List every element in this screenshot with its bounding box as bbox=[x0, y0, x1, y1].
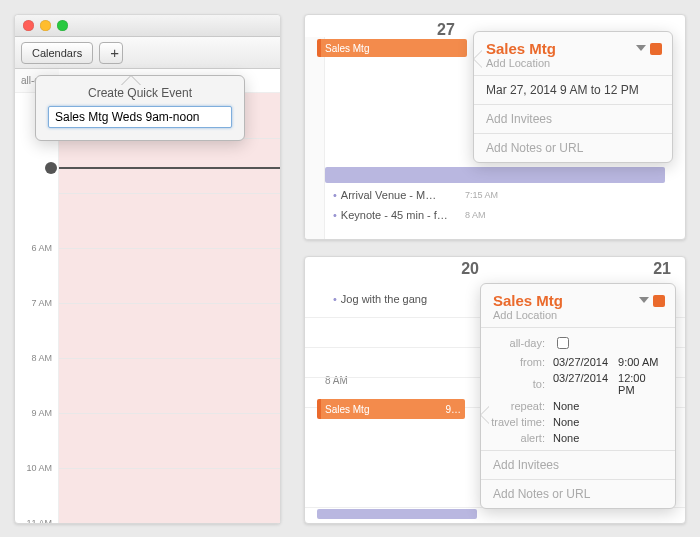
calendars-button[interactable]: Calendars bbox=[21, 42, 93, 64]
event-details-window: 20 21 Jog with the gang 8 AM 9 AM Sales … bbox=[304, 256, 686, 524]
allday-label: all-day: bbox=[481, 337, 553, 349]
to-date-field[interactable]: 03/27/2014 bbox=[553, 372, 608, 396]
busy-overlay bbox=[59, 93, 280, 523]
event-details-form: all-day: from: 03/27/2014 9:00 AM to: 03… bbox=[481, 328, 675, 450]
add-event-button[interactable]: + bbox=[99, 42, 123, 64]
allday-checkbox[interactable] bbox=[557, 337, 569, 349]
quick-event-title: Create Quick Event bbox=[48, 86, 232, 100]
allday-event-bar[interactable] bbox=[325, 167, 665, 183]
quick-event-input[interactable] bbox=[48, 106, 232, 128]
hour-gutter: 6 AM 7 AM 8 AM 9 AM 10 AM 11 AM bbox=[15, 93, 59, 523]
expand-toggle[interactable] bbox=[636, 41, 662, 56]
close-icon[interactable] bbox=[23, 20, 34, 31]
event-pill-sales[interactable]: Sales Mtg bbox=[317, 39, 467, 57]
calendar-color-icon bbox=[653, 295, 665, 307]
calendar-color-icon bbox=[650, 43, 662, 55]
plus-icon: + bbox=[110, 45, 119, 60]
event-pill-sales[interactable]: Sales Mtg 9… bbox=[317, 399, 465, 419]
allday-event-bar[interactable] bbox=[317, 509, 477, 519]
stage: Calendars + all-day 6 AM 7 AM 8 AM 9 AM … bbox=[0, 0, 700, 537]
event-title[interactable]: Sales Mtg bbox=[486, 40, 556, 57]
now-indicator-icon bbox=[45, 162, 57, 174]
alert-label: alert: bbox=[481, 432, 553, 444]
add-location-field[interactable]: Add Location bbox=[481, 309, 675, 327]
from-date-field[interactable]: 03/27/2014 bbox=[553, 356, 608, 368]
to-label: to: bbox=[481, 378, 553, 390]
list-item[interactable]: Jog with the gang bbox=[333, 293, 427, 305]
date-header: 21 bbox=[653, 260, 671, 278]
day-column[interactable] bbox=[59, 93, 280, 523]
hour-label: 9 AM bbox=[31, 408, 52, 418]
now-line bbox=[59, 167, 280, 169]
alert-field[interactable]: None bbox=[553, 432, 663, 444]
list-item-time: 7:15 AM bbox=[465, 190, 498, 200]
add-notes-field[interactable]: Add Notes or URL bbox=[481, 480, 675, 508]
event-pill-label: Sales Mtg bbox=[325, 404, 369, 415]
minimize-icon[interactable] bbox=[40, 20, 51, 31]
from-label: from: bbox=[481, 356, 553, 368]
toolbar: Calendars + bbox=[15, 37, 280, 69]
date-header: 20 bbox=[461, 260, 479, 278]
hour-label: 6 AM bbox=[31, 243, 52, 253]
quick-event-popover: Create Quick Event bbox=[35, 75, 245, 141]
hour-label: 7 AM bbox=[31, 298, 52, 308]
popover-arrow-icon bbox=[472, 406, 490, 424]
event-title[interactable]: Sales Mtg bbox=[493, 292, 563, 309]
to-time-field[interactable]: 12:00 PM bbox=[618, 372, 663, 396]
list-item[interactable]: Arrival Venue - M… bbox=[333, 189, 459, 201]
day-gutter bbox=[305, 37, 325, 239]
event-pill-label: Sales Mtg bbox=[325, 43, 369, 54]
from-time-field[interactable]: 9:00 AM bbox=[618, 356, 658, 368]
date-header: 27 bbox=[437, 17, 455, 39]
popover-arrow-icon bbox=[465, 50, 483, 68]
hour-label: 8 AM bbox=[31, 353, 52, 363]
expand-toggle[interactable] bbox=[639, 293, 665, 308]
calendars-button-label: Calendars bbox=[32, 47, 82, 59]
add-invitees-field[interactable]: Add Invitees bbox=[481, 451, 675, 479]
event-popover-summary: Sales Mtg Add Location Mar 27, 2014 9 AM… bbox=[473, 31, 673, 163]
list-item[interactable]: Keynote - 45 min - f… bbox=[333, 209, 459, 221]
calendar-main-window: Calendars + all-day 6 AM 7 AM 8 AM 9 AM … bbox=[14, 14, 281, 524]
add-notes-field[interactable]: Add Notes or URL bbox=[474, 134, 672, 162]
repeat-field[interactable]: None bbox=[553, 400, 663, 412]
event-pill-time: 9… bbox=[445, 404, 461, 415]
event-summary-window: 27 Sales Mtg Arrival Venue - M… 7:15 AM … bbox=[304, 14, 686, 240]
chevron-down-icon bbox=[639, 297, 649, 308]
zoom-icon[interactable] bbox=[57, 20, 68, 31]
list-item-time: 8 AM bbox=[465, 210, 486, 220]
chevron-down-icon bbox=[636, 45, 646, 56]
hour-grid: 6 AM 7 AM 8 AM 9 AM 10 AM 11 AM bbox=[15, 93, 280, 523]
add-invitees-field[interactable]: Add Invitees bbox=[474, 105, 672, 133]
window-titlebar bbox=[15, 15, 280, 37]
travel-time-field[interactable]: None bbox=[553, 416, 663, 428]
add-location-field[interactable]: Add Location bbox=[474, 57, 672, 75]
event-popover-detailed: Sales Mtg Add Location all-day: from: 03… bbox=[480, 283, 676, 509]
hour-label: 10 AM bbox=[26, 463, 52, 473]
travel-time-label: travel time: bbox=[481, 416, 553, 428]
hour-label: 11 AM bbox=[26, 518, 52, 523]
repeat-label: repeat: bbox=[481, 400, 553, 412]
event-date-line[interactable]: Mar 27, 2014 9 AM to 12 PM bbox=[474, 76, 672, 104]
